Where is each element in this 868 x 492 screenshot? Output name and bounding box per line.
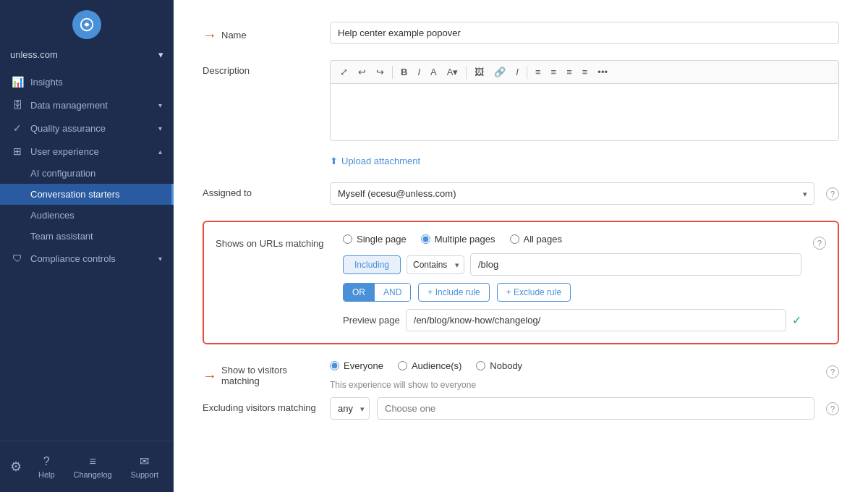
sidebar-nav: 📊 Insights 🗄 Data management ▾ ✓ Quality…: [0, 64, 174, 441]
editor-color-btn[interactable]: A: [427, 64, 441, 80]
sub-item-label: AI configuration: [30, 168, 95, 179]
excluding-wrapper: any: [330, 397, 814, 420]
and-button[interactable]: AND: [375, 284, 410, 301]
all-pages-option[interactable]: All pages: [510, 234, 562, 245]
sidebar-item-label: User experience: [30, 146, 151, 157]
editor-bold-btn[interactable]: B: [397, 64, 411, 80]
description-editor: ⤢ ↩ ↪ B I A A▾ 🖼 🔗 I ≡ ≡ ≡ ≡ •••: [330, 60, 839, 141]
upload-attachment-button[interactable]: ⬆ Upload attachment: [330, 156, 839, 166]
single-page-option[interactable]: Single page: [343, 234, 407, 245]
nobody-option[interactable]: Nobody: [476, 360, 522, 371]
org-name: unless.com: [10, 49, 58, 60]
editor-justify-btn[interactable]: ≡: [579, 64, 592, 80]
excluding-any-select[interactable]: any: [330, 397, 370, 420]
multiple-pages-radio[interactable]: [421, 234, 430, 244]
contains-select-wrapper: Contains: [407, 255, 464, 274]
assigned-label: Assigned to: [203, 182, 318, 198]
sidebar-sub-audiences[interactable]: Audiences: [0, 205, 174, 226]
editor-undo-btn[interactable]: ↩: [354, 64, 370, 80]
support-label: Support: [131, 470, 159, 479]
app-logo[interactable]: [72, 10, 101, 39]
including-tag: Including: [343, 255, 401, 274]
all-pages-label: All pages: [524, 234, 562, 245]
excluding-label: Excluding visitors matching: [203, 397, 318, 413]
sidebar-sub-conversation-starters[interactable]: Conversation starters: [0, 184, 174, 205]
url-help-icon[interactable]: ?: [813, 237, 826, 250]
nobody-radio[interactable]: [476, 361, 485, 370]
visitors-radio-group: Everyone Audience(s) Nobody: [330, 360, 814, 371]
sidebar-item-compliance[interactable]: 🛡 Compliance controls ▾: [0, 247, 174, 270]
assigned-select-wrapper: Myself (ecesu@unless.com) ▾: [330, 182, 814, 205]
excluding-controls: any: [330, 397, 814, 420]
editor-area[interactable]: [330, 83, 839, 141]
upload-row: ⬆ Upload attachment: [203, 150, 839, 166]
multiple-pages-option[interactable]: Multiple pages: [421, 234, 495, 245]
main-content: → Name Description ⤢ ↩ ↪ B I A A▾ 🖼 🔗 I: [174, 0, 868, 492]
sidebar-item-insights[interactable]: 📊 Insights: [0, 70, 174, 93]
visitors-label-wrapper: → Show to visitors matching: [203, 360, 318, 386]
editor-align-left-btn[interactable]: ≡: [532, 64, 545, 80]
changelog-button[interactable]: ≡ Changelog: [73, 455, 111, 479]
sidebar-sub-ai-config[interactable]: AI configuration: [0, 163, 174, 184]
audiences-radio[interactable]: [398, 361, 407, 370]
logic-row: OR AND + Include rule + Exclude rule: [343, 283, 801, 302]
sidebar-item-data-management[interactable]: 🗄 Data management ▾: [0, 93, 174, 116]
settings-icon[interactable]: ⚙: [10, 459, 22, 475]
visitors-arrow-indicator: →: [203, 368, 217, 384]
or-button[interactable]: OR: [344, 284, 374, 301]
sidebar-item-label: Quality assurance: [30, 123, 151, 134]
support-button[interactable]: ✉ Support: [131, 454, 159, 479]
single-page-radio[interactable]: [343, 234, 352, 244]
editor-align-right-btn[interactable]: ≡: [563, 64, 576, 80]
sidebar-item-user-experience[interactable]: ⊞ User experience ▴: [0, 140, 174, 163]
help-button[interactable]: ? Help: [38, 455, 55, 479]
editor-italic-btn[interactable]: I: [414, 64, 424, 80]
assigned-help-icon[interactable]: ?: [826, 187, 839, 200]
logo-icon: [79, 17, 95, 33]
multiple-pages-label: Multiple pages: [435, 234, 495, 245]
editor-more-btn[interactable]: •••: [594, 64, 611, 80]
sidebar-item-label: Data management: [30, 100, 151, 111]
name-row: → Name: [203, 22, 839, 44]
preview-input[interactable]: [406, 309, 786, 331]
chevron-down-icon: ▾: [158, 49, 163, 60]
chevron-up-icon: ▴: [158, 148, 162, 156]
visitors-help-icon[interactable]: ?: [826, 365, 839, 378]
data-management-icon: 🗄: [12, 99, 23, 111]
org-selector[interactable]: unless.com ▾: [0, 45, 174, 64]
editor-highlight-btn[interactable]: A▾: [443, 64, 462, 80]
sidebar-item-quality-assurance[interactable]: ✓ Quality assurance ▾: [0, 116, 174, 140]
name-input[interactable]: [330, 22, 839, 44]
editor-link-btn[interactable]: 🔗: [490, 64, 509, 80]
preview-row: Preview page ✓: [343, 309, 801, 331]
toolbar-sep-3: [527, 66, 527, 79]
assigned-row: Assigned to Myself (ecesu@unless.com) ▾ …: [203, 182, 839, 205]
editor-redo-btn[interactable]: ↪: [373, 64, 388, 80]
bottom-nav: ? Help ≡ Changelog ✉ Support: [0, 449, 174, 485]
editor-image-btn[interactable]: 🖼: [471, 64, 488, 80]
name-arrow-indicator: →: [203, 27, 217, 43]
editor-code-btn[interactable]: I: [512, 64, 522, 80]
include-rule-button[interactable]: + Include rule: [418, 283, 489, 302]
audiences-option[interactable]: Audience(s): [398, 360, 461, 371]
everyone-option[interactable]: Everyone: [330, 360, 383, 371]
assigned-select[interactable]: Myself (ecesu@unless.com): [330, 182, 814, 205]
excluding-input[interactable]: [377, 397, 814, 420]
exclude-rule-button[interactable]: + Exclude rule: [497, 283, 571, 302]
contains-select[interactable]: Contains: [407, 255, 464, 274]
sub-item-label: Conversation starters: [30, 189, 120, 200]
description-row: Description ⤢ ↩ ↪ B I A A▾ 🖼 🔗 I ≡ ≡ ≡ ≡: [203, 60, 839, 141]
editor-expand-btn[interactable]: ⤢: [336, 64, 352, 80]
assigned-wrapper: Myself (ecesu@unless.com) ▾: [330, 182, 814, 205]
name-field-wrapper: [330, 22, 839, 44]
visitors-row: → Show to visitors matching Everyone Aud…: [203, 360, 839, 390]
description-label: Description: [203, 60, 318, 76]
sidebar-sub-team-assistant[interactable]: Team assistant: [0, 226, 174, 247]
excluding-help-icon[interactable]: ?: [826, 402, 839, 415]
everyone-radio[interactable]: [330, 361, 339, 370]
preview-check-icon: ✓: [792, 313, 801, 327]
all-pages-radio[interactable]: [510, 234, 519, 244]
editor-align-center-btn[interactable]: ≡: [548, 64, 561, 80]
url-radio-group: Single page Multiple pages All pages: [343, 234, 801, 245]
url-value-input[interactable]: [470, 253, 801, 276]
